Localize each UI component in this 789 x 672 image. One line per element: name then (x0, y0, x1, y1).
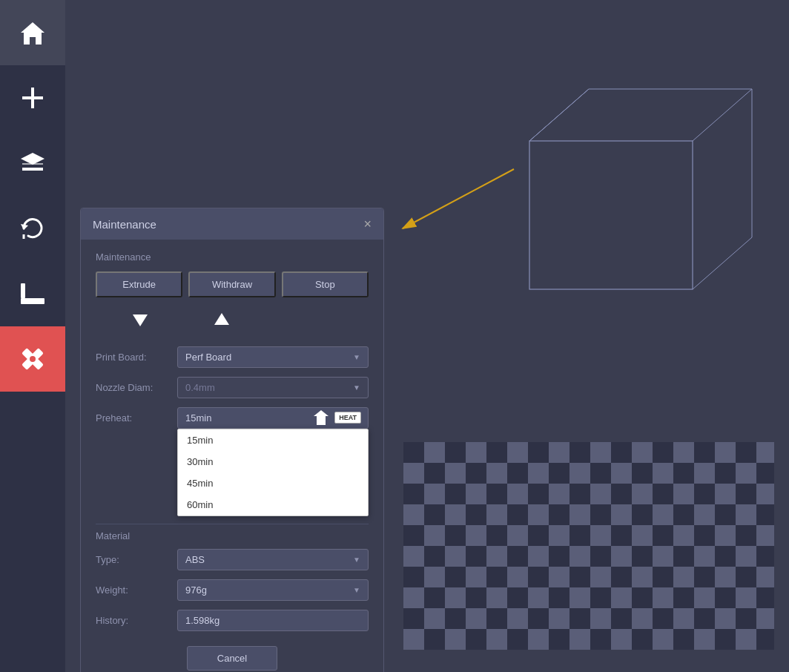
material-history-label: History: (96, 615, 177, 626)
print-board-label: Print Board: (96, 352, 177, 363)
svg-line-18 (693, 237, 752, 289)
nozzle-diam-label: Nozzle Diam: (96, 382, 177, 393)
tools-icon (18, 344, 47, 374)
preheat-option-15min[interactable]: 15min (178, 429, 368, 451)
cancel-button[interactable]: Cancel (187, 646, 277, 671)
action-buttons-row: Extrude Withdraw Stop (96, 271, 369, 297)
modal-header: Maintenance × (81, 208, 383, 240)
up-arrow-button[interactable] (207, 305, 237, 335)
material-weight-label: Weight: (96, 584, 177, 596)
sidebar-item-history[interactable] (0, 196, 65, 261)
material-weight-row: Weight: 976g ▼ (96, 579, 369, 601)
print-board-value: Perf Board (185, 352, 231, 363)
heat-icon (311, 407, 331, 428)
preheat-option-60min[interactable]: 60min (178, 494, 368, 515)
material-type-row: Type: ABS ▼ (96, 549, 369, 570)
material-section: Material Type: ABS ▼ Weight: 976g ▼ Hist… (96, 524, 369, 631)
svg-marker-26 (314, 410, 329, 425)
sidebar (0, 0, 65, 672)
withdraw-button[interactable]: Withdraw (188, 271, 275, 297)
plus-icon (18, 83, 47, 113)
sidebar-item-add[interactable] (0, 65, 65, 131)
material-type-label: Type: (96, 554, 177, 565)
modal-body: Maintenance Extrude Withdraw Stop Print … (81, 240, 383, 672)
svg-line-17 (693, 89, 752, 141)
sidebar-item-print[interactable] (0, 131, 65, 196)
material-history-row: History: 1.598kg (96, 610, 369, 631)
preheat-option-45min[interactable]: 45min (178, 472, 368, 494)
heat-badge: HEAT (311, 407, 361, 428)
sidebar-item-tools[interactable] (0, 326, 65, 392)
svg-rect-4 (22, 163, 43, 165)
svg-rect-1 (22, 96, 43, 99)
down-arrow-button[interactable] (125, 305, 155, 335)
svg-marker-24 (133, 314, 148, 326)
print-board-arrow-icon: ▼ (353, 353, 360, 361)
extrude-button[interactable]: Extrude (96, 271, 182, 297)
print-board-select[interactable]: Perf Board ▼ (177, 346, 369, 368)
svg-line-21 (529, 89, 589, 141)
material-section-label: Material (96, 530, 369, 541)
svg-line-23 (403, 169, 514, 228)
preheat-value: 15min (185, 412, 211, 424)
ruler-icon (18, 279, 47, 309)
maintenance-modal: Maintenance × Maintenance Extrude Withdr… (80, 208, 384, 672)
heat-label: HEAT (334, 412, 361, 424)
preheat-label: Preheat: (96, 412, 177, 424)
material-type-select[interactable]: ABS ▼ (177, 549, 369, 570)
svg-rect-7 (21, 298, 44, 304)
home-icon (18, 18, 47, 47)
preheat-row: Preheat: 15min ▼ HEAT 15min 30min 45min … (96, 407, 369, 429)
maintenance-section-label: Maintenance (96, 251, 369, 263)
nozzle-diam-select: 0.4mm ▼ (177, 377, 369, 398)
material-type-arrow-icon: ▼ (353, 556, 360, 564)
layers-icon (18, 148, 47, 178)
svg-rect-3 (22, 168, 43, 171)
up-arrow-icon (211, 309, 233, 331)
svg-marker-25 (214, 313, 229, 325)
preheat-option-30min[interactable]: 30min (178, 451, 368, 472)
svg-marker-5 (21, 224, 28, 230)
print-board-row: Print Board: Perf Board ▼ (96, 346, 369, 368)
material-history-text: 1.598kg (185, 615, 219, 626)
modal-close-button[interactable]: × (363, 217, 372, 231)
material-weight-arrow-icon: ▼ (353, 586, 360, 594)
arrow-buttons-row (96, 305, 369, 335)
modal-title: Maintenance (93, 218, 156, 231)
material-history-value: 1.598kg (177, 610, 369, 631)
nozzle-diam-value: 0.4mm (185, 382, 215, 393)
preheat-dropdown: 15min 30min 45min 60min (177, 429, 369, 516)
svg-point-14 (30, 356, 36, 362)
sidebar-item-home[interactable] (0, 0, 65, 65)
material-weight-value: 976g (185, 584, 207, 596)
svg-rect-8 (21, 283, 25, 298)
nozzle-diam-arrow-icon: ▼ (353, 383, 360, 392)
svg-marker-2 (21, 153, 44, 165)
svg-rect-15 (529, 141, 693, 289)
stop-button[interactable]: Stop (282, 271, 369, 297)
checkerboard-floor (403, 442, 774, 650)
nozzle-diam-row: Nozzle Diam: 0.4mm ▼ (96, 377, 369, 398)
material-weight-select[interactable]: 976g ▼ (177, 579, 369, 601)
down-arrow-icon (129, 309, 151, 331)
sidebar-item-ruler[interactable] (0, 261, 65, 326)
refresh-icon (18, 214, 47, 243)
material-type-value: ABS (185, 554, 205, 565)
